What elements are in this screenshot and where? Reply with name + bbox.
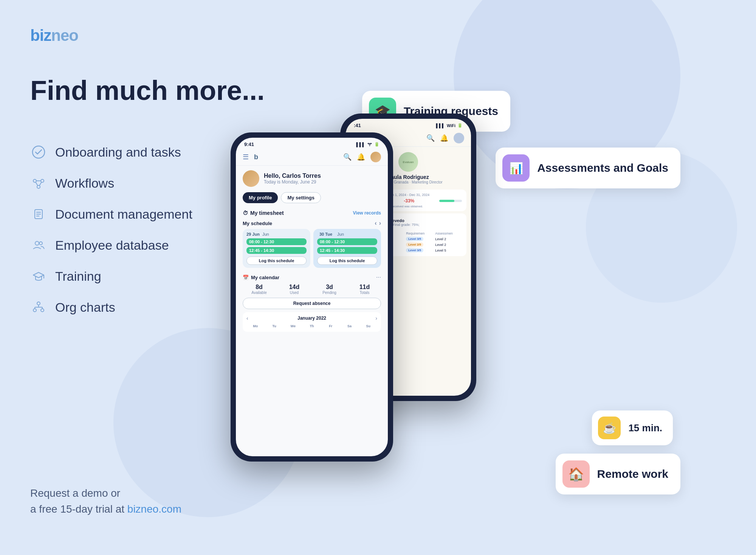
documents-label: Document management: [55, 207, 192, 222]
footer-text: Request a demo or a free 15-day trial at…: [30, 485, 181, 517]
calendar-title: 📅 My calendar: [243, 275, 279, 280]
svg-point-11: [35, 241, 39, 245]
onboarding-label: Onboarding and tasks: [55, 145, 181, 160]
profile-buttons: My profile My settings: [236, 190, 388, 207]
svg-point-14: [37, 302, 40, 305]
pri-nav-bar: ☰ b 🔍 🔔: [236, 149, 388, 166]
feature-documents: Document management: [30, 206, 192, 222]
sec-avatar[interactable]: [454, 133, 464, 143]
break-icon: ☕: [598, 417, 621, 439]
calendar-section: 📅 My calendar ··· 8d Available 14d Used: [236, 272, 388, 335]
timesheet-section-header: ⏱ My timesheet View records: [236, 207, 388, 218]
feature-onboarding: Onboarding and tasks: [30, 144, 192, 160]
assessments-label: Assessments and Goals: [537, 162, 668, 174]
timesheet-title: ⏱ My timesheet: [243, 210, 284, 216]
calendar-menu[interactable]: ···: [376, 274, 381, 281]
orgcharts-icon: [30, 299, 47, 316]
sec-employee-avatar: Evaluan: [398, 152, 418, 172]
cal-month: January 2022: [297, 316, 326, 321]
workflows-icon: [30, 175, 47, 191]
perf-value: -33%: [404, 198, 414, 204]
headline: Find much more...: [30, 76, 265, 106]
schedule-day-2: 30 Tue Jun 08:00 - 12:30 12:45 - 14:30 L…: [313, 229, 381, 268]
logo-text: bizneo: [30, 26, 78, 44]
svg-point-16: [41, 309, 44, 312]
brand-logo: bizneo: [30, 26, 78, 45]
pri-time: 9:41: [244, 141, 254, 147]
schedule-day-1: 29 Jun Jun 08:00 - 12:30 12:45 - 14:30 L…: [243, 229, 310, 268]
feature-workflows: Workflows: [30, 175, 192, 191]
website-link[interactable]: bizneo.com: [127, 503, 181, 515]
calendar-icon: 📅: [243, 275, 249, 280]
pri-status-bar: 9:41 ▌▌▌ 🔋: [236, 138, 388, 149]
pri-avatar[interactable]: [370, 152, 381, 162]
absence-totals: 11d Totals: [348, 284, 381, 295]
break-label: 15 min.: [628, 422, 662, 434]
pri-status-icons: ▌▌▌ 🔋: [356, 142, 380, 147]
mini-cal-grid: Mo Tu We Th Fr Sa Su: [246, 323, 377, 329]
orgcharts-label: Org charts: [55, 300, 115, 315]
sec-time: :41: [354, 123, 361, 128]
break-card[interactable]: ☕ 15 min.: [592, 410, 673, 445]
svg-point-0: [33, 146, 45, 158]
primary-phone-screen: 9:41 ▌▌▌ 🔋 ☰ b 🔍 🔔: [236, 138, 388, 456]
svg-point-15: [33, 309, 36, 312]
greeting-text: Hello, Carlos Torres Today is Monday, Ju…: [264, 173, 321, 185]
request-absence-button[interactable]: Request absence: [243, 298, 381, 309]
feature-orgcharts: Org charts: [30, 299, 192, 316]
schedule-label: My schedule ‹ ›: [236, 218, 388, 229]
phone-primary: 9:41 ▌▌▌ 🔋 ☰ b 🔍 🔔: [231, 132, 393, 462]
workflows-label: Workflows: [55, 176, 114, 191]
schedule-next[interactable]: ›: [379, 220, 381, 227]
employees-icon: [30, 237, 47, 253]
absence-stats: 8d Available 14d Used 3d Pending 11d Tot…: [243, 284, 381, 295]
absence-available: 8d Available: [243, 284, 276, 295]
progress-bar: [439, 200, 462, 202]
schedule-nav: ‹ ›: [375, 220, 381, 227]
svg-point-21: [369, 145, 370, 146]
feature-training: Training: [30, 268, 192, 284]
cal-next[interactable]: ›: [375, 315, 377, 321]
view-records-link[interactable]: View records: [353, 210, 381, 216]
pri-left-icons: ☰ b: [243, 153, 258, 161]
timesheet-icon: ⏱: [243, 210, 248, 216]
greeting-section: Hello, Carlos Torres Today is Monday, Ju…: [236, 166, 388, 190]
employees-label: Employee database: [55, 238, 169, 253]
col-requirement: Requiremen: [405, 231, 434, 236]
training-label: Training: [55, 269, 101, 284]
feature-employees: Employee database: [30, 237, 192, 253]
remote-work-card[interactable]: 🏠 Remote work: [556, 454, 680, 494]
svg-line-5: [36, 182, 38, 186]
absence-pending: 3d Pending: [313, 284, 346, 295]
pri-bell-icon[interactable]: 🔔: [357, 153, 365, 161]
sec-status-bar: :41 ▌▌▌WiFi🔋: [345, 119, 471, 131]
my-settings-button[interactable]: My settings: [281, 192, 321, 203]
sec-status-icons: ▌▌▌WiFi🔋: [436, 123, 463, 128]
mini-cal-header: ‹ January 2022 ›: [246, 315, 377, 321]
sec-bell-icon[interactable]: 🔔: [440, 134, 448, 142]
col-assessment: Assessmen: [434, 231, 462, 236]
my-profile-button[interactable]: My profile: [243, 192, 278, 203]
calendar-header: 📅 My calendar ···: [243, 274, 381, 281]
remote-work-label: Remote work: [597, 468, 668, 480]
onboarding-icon: [30, 144, 47, 160]
day2-log-btn[interactable]: Log this schedule: [317, 257, 377, 265]
pri-search-icon[interactable]: 🔍: [343, 153, 352, 161]
cal-prev[interactable]: ‹: [246, 315, 248, 321]
svg-line-6: [39, 182, 42, 186]
greeting-hello: Hello, Carlos Torres: [264, 173, 321, 179]
schedule-prev[interactable]: ‹: [375, 220, 376, 227]
training-icon: [30, 268, 47, 284]
day2-label: 30 Tue Jun: [317, 232, 377, 236]
sec-search-icon[interactable]: 🔍: [426, 134, 435, 142]
day1-label: 29 Jun Jun: [246, 232, 307, 236]
day1-time2: 12:45 - 14:30: [246, 247, 307, 254]
day2-time1: 08:00 - 12:30: [317, 238, 377, 245]
phones-container: :41 ▌▌▌WiFi🔋 b 🔍 🔔 Evaluan Paula R: [219, 110, 544, 480]
sec-nav-icons: 🔍 🔔: [426, 133, 464, 143]
user-avatar: [243, 170, 259, 187]
feature-list: Onboarding and tasks Workflows Document …: [30, 144, 192, 316]
mini-calendar: ‹ January 2022 › Mo Tu We Th Fr Sa Su: [243, 312, 381, 332]
day1-log-btn[interactable]: Log this schedule: [246, 257, 307, 265]
pri-menu-icon[interactable]: ☰: [243, 153, 249, 161]
